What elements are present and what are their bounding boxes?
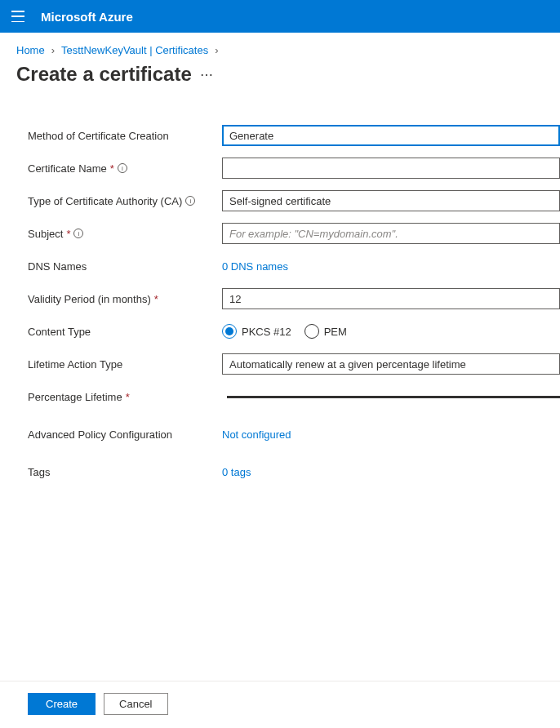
ca-type-select[interactable]: Self-signed certificate: [222, 190, 560, 211]
method-select[interactable]: Generate: [222, 125, 560, 146]
content-type-pem[interactable]: PEM: [304, 324, 347, 339]
label-subject: Subject* i: [28, 228, 222, 240]
breadcrumb-home[interactable]: Home: [16, 44, 45, 56]
label-advanced-policy: Advanced Policy Configuration: [28, 428, 222, 441]
info-icon[interactable]: i: [185, 196, 195, 206]
cert-name-input[interactable]: [222, 158, 560, 179]
radio-icon: [222, 324, 237, 339]
cancel-button[interactable]: Cancel: [104, 693, 167, 715]
footer: Create Cancel: [0, 681, 560, 728]
label-pct-lifetime: Percentage Lifetime*: [28, 391, 222, 403]
info-icon[interactable]: i: [118, 163, 127, 173]
top-bar: Microsoft Azure: [0, 0, 560, 33]
more-dots-icon[interactable]: ⋯: [200, 67, 213, 82]
subject-input[interactable]: [222, 223, 560, 244]
label-tags: Tags: [28, 466, 222, 478]
tags-link[interactable]: 0 tags: [222, 466, 251, 478]
label-content-type: Content Type: [28, 326, 222, 338]
breadcrumb: Home › TesttNewKeyVault | Certificates ›: [0, 33, 560, 61]
form-area: Method of Certificate Creation Generate …: [0, 97, 560, 484]
page-title: Create a certificate: [16, 63, 192, 86]
content-type-pkcs12[interactable]: PKCS #12: [222, 324, 291, 339]
label-lifetime-action: Lifetime Action Type: [28, 358, 222, 371]
title-row: Create a certificate ⋯: [0, 61, 560, 97]
chevron-right-icon: ›: [215, 44, 218, 56]
radio-icon: [304, 324, 319, 339]
label-dns-names: DNS Names: [28, 260, 222, 273]
chevron-right-icon: ›: [51, 44, 55, 56]
label-method: Method of Certificate Creation: [28, 130, 222, 142]
hamburger-icon[interactable]: [11, 11, 24, 22]
percentage-lifetime-slider[interactable]: [227, 396, 560, 398]
lifetime-action-select[interactable]: Automatically renew at a given percentag…: [222, 353, 560, 375]
info-icon[interactable]: i: [73, 229, 83, 238]
dns-names-link[interactable]: 0 DNS names: [222, 260, 288, 273]
create-button[interactable]: Create: [28, 693, 96, 715]
brand-title: Microsoft Azure: [41, 10, 133, 24]
label-ca-type: Type of Certificate Authority (CA) i: [28, 195, 222, 207]
advanced-policy-link[interactable]: Not configured: [222, 428, 291, 441]
label-validity: Validity Period (in months)*: [28, 293, 222, 305]
validity-input[interactable]: [222, 288, 560, 309]
label-cert-name: Certificate Name* i: [28, 162, 222, 175]
breadcrumb-keyvault[interactable]: TesttNewKeyVault | Certificates: [61, 44, 208, 56]
content-type-radio-group: PKCS #12 PEM: [222, 324, 560, 339]
